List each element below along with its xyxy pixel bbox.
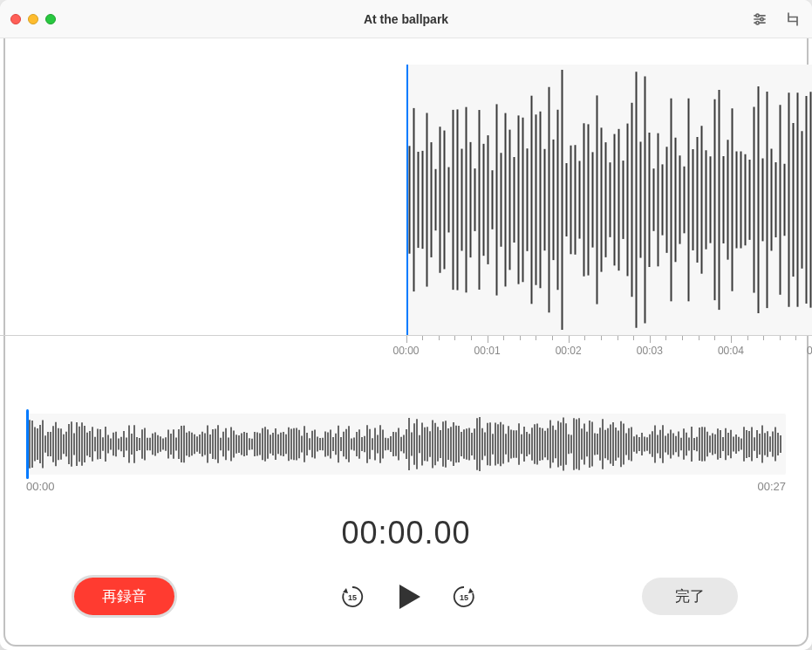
ruler-label: 00:04 bbox=[718, 345, 744, 357]
skip-back-15-icon[interactable]: 15 bbox=[338, 583, 366, 611]
svg-point-4 bbox=[761, 17, 763, 20]
overview-end-time: 00:27 bbox=[757, 480, 786, 493]
skip-back-amount: 15 bbox=[348, 592, 357, 601]
svg-marker-387 bbox=[399, 585, 420, 609]
ruler-label: 00:00 bbox=[392, 345, 419, 357]
ruler-label: 0 bbox=[807, 345, 812, 357]
playhead[interactable] bbox=[406, 65, 408, 335]
play-icon[interactable] bbox=[392, 581, 424, 612]
ruler-label: 00:03 bbox=[637, 345, 663, 357]
svg-point-5 bbox=[756, 21, 759, 24]
overview-playhead[interactable] bbox=[26, 409, 29, 479]
window-title: At the ballpark bbox=[364, 12, 448, 26]
record-button[interactable]: 再録音 bbox=[74, 578, 174, 615]
toolbar bbox=[751, 10, 802, 28]
titlebar: At the ballpark bbox=[0, 0, 812, 38]
trim-icon[interactable] bbox=[784, 10, 802, 28]
skip-forward-15-icon[interactable]: 15 bbox=[450, 583, 478, 611]
time-ruler: 00:0000:0100:0200:0300:040 bbox=[0, 335, 812, 361]
current-timecode: 00:00.00 bbox=[0, 515, 812, 551]
minimize-button[interactable] bbox=[28, 14, 38, 24]
svg-point-3 bbox=[756, 14, 759, 17]
done-button[interactable]: 完了 bbox=[642, 578, 738, 615]
transport-controls: 15 15 bbox=[338, 581, 478, 612]
skip-fwd-amount: 15 bbox=[460, 592, 468, 601]
maximize-button[interactable] bbox=[45, 14, 56, 24]
ruler-label: 00:01 bbox=[474, 345, 501, 357]
main-waveform-area: 00:0000:0100:0200:0300:040 bbox=[0, 65, 812, 361]
ruler-label: 00:02 bbox=[556, 345, 582, 357]
overview-bars bbox=[26, 414, 786, 475]
main-waveform[interactable] bbox=[0, 65, 812, 335]
window-controls bbox=[10, 14, 56, 24]
settings-icon[interactable] bbox=[751, 10, 768, 28]
overview-start-time: 00:00 bbox=[26, 480, 55, 493]
close-button[interactable] bbox=[10, 14, 21, 24]
content-area: 00:0000:0100:0200:0300:040 00:00 00:27 0… bbox=[0, 38, 812, 650]
overview-time-labels: 00:00 00:27 bbox=[26, 480, 786, 493]
playback-controls: 再録音 15 bbox=[0, 578, 812, 650]
voice-memo-edit-window: At the ballpark bbox=[0, 0, 812, 650]
overview-section: 00:00 00:27 bbox=[26, 414, 786, 493]
overview-waveform[interactable] bbox=[26, 414, 786, 475]
